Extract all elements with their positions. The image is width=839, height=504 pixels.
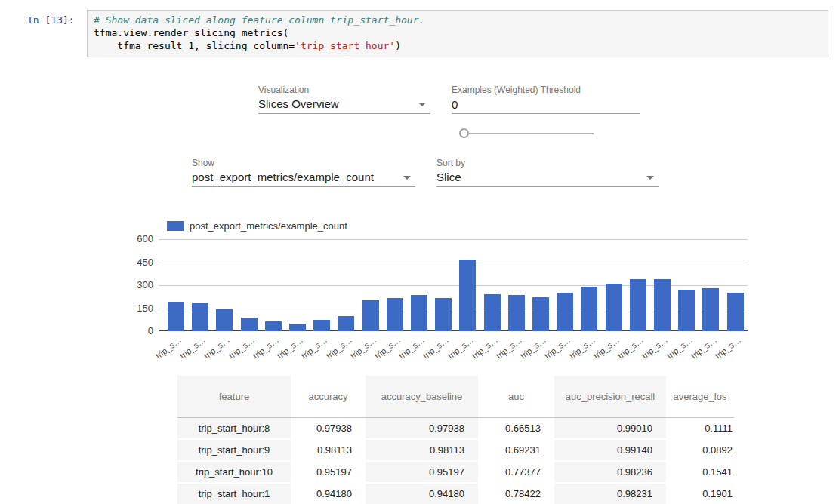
y-tick-label: 150 <box>120 303 153 314</box>
show-label: Show <box>192 158 415 168</box>
column-header: auc_precision_recall <box>554 376 666 417</box>
visualization-label: Visualization <box>258 85 430 95</box>
table-row: trip_start_hour:90.981130.981130.692310.… <box>177 439 734 461</box>
column-header: feature <box>177 376 291 417</box>
bar[interactable] <box>435 298 452 331</box>
metric-cell: 0.95197 <box>291 461 366 483</box>
chevron-down-icon[interactable] <box>403 176 411 180</box>
y-tick-label: 300 <box>120 279 153 290</box>
bar[interactable] <box>581 287 597 331</box>
metric-cell: 0.66513 <box>478 417 554 439</box>
chevron-down-icon[interactable] <box>418 103 426 106</box>
table-row: trip_start_hour:80.979380.979380.665130.… <box>177 417 734 439</box>
column-header: accuracy <box>291 376 366 417</box>
code-line-2: tfma.view.render_slicing_metrics( <box>94 26 822 39</box>
metric-cell: 0.1111 <box>666 417 734 439</box>
bar[interactable] <box>411 295 427 331</box>
bar-series <box>168 239 744 331</box>
bar[interactable] <box>727 293 744 331</box>
bar[interactable] <box>362 300 379 331</box>
bar[interactable] <box>338 316 354 331</box>
metric-cell: 0.77377 <box>478 461 554 483</box>
y-tick-label: 600 <box>120 233 153 244</box>
column-header: average_los <box>666 376 734 417</box>
bar[interactable] <box>168 302 184 331</box>
metric-cell: 0.98113 <box>366 439 478 461</box>
bar[interactable] <box>532 297 549 331</box>
metrics-table-container[interactable]: featureaccuracyaccuracy_baselineaucauc_p… <box>177 376 734 504</box>
feature-cell: trip_start_hour:1 <box>177 483 291 504</box>
metric-cell: 0.1901 <box>666 483 734 504</box>
metric-cell: 0.1541 <box>666 461 734 483</box>
bar[interactable] <box>484 294 501 331</box>
table-row: trip_start_hour:100.951970.951970.773770… <box>177 461 734 483</box>
sort-by-label: Sort by <box>436 158 659 168</box>
bar[interactable] <box>459 260 476 331</box>
metric-cell: 0.94180 <box>291 483 366 504</box>
bar[interactable] <box>313 320 330 331</box>
bar[interactable] <box>216 309 233 331</box>
metric-cell: 0.94180 <box>366 483 478 504</box>
bar[interactable] <box>265 321 282 331</box>
feature-cell: trip_start_hour:10 <box>177 461 291 483</box>
threshold-slider[interactable] <box>459 128 594 139</box>
bar[interactable] <box>557 293 573 331</box>
threshold-field[interactable]: Examples (Weighted) Threshold <box>452 85 640 114</box>
bar[interactable] <box>654 279 671 331</box>
threshold-label: Examples (Weighted) Threshold <box>452 85 640 95</box>
cell-input-prompt: In [13]: <box>27 14 83 26</box>
metric-cell: 0.97938 <box>291 417 366 439</box>
legend-swatch <box>167 221 184 231</box>
slider-knob[interactable] <box>459 128 469 138</box>
feature-cell: trip_start_hour:9 <box>177 439 291 461</box>
threshold-input[interactable] <box>452 95 640 113</box>
metric-cell: 0.99140 <box>554 439 666 461</box>
code-comment-line: # Show data sliced along feature column … <box>94 14 822 26</box>
sort-by-value[interactable]: Slice <box>436 168 659 186</box>
bar[interactable] <box>387 298 403 331</box>
y-tick-label: 450 <box>120 257 153 268</box>
bar[interactable] <box>192 303 208 331</box>
bar[interactable] <box>508 295 525 331</box>
code-editor[interactable]: # Show data sliced along feature column … <box>87 10 828 57</box>
metric-cell: 0.98113 <box>291 439 366 461</box>
sort-by-dropdown[interactable]: Sort by Slice <box>436 158 659 187</box>
metric-cell: 0.95197 <box>366 461 478 483</box>
metric-cell: 0.97938 <box>366 417 478 439</box>
column-header: auc <box>478 376 554 417</box>
bar[interactable] <box>289 324 306 331</box>
bar[interactable] <box>606 284 622 331</box>
y-tick-label: 0 <box>120 325 153 337</box>
bar[interactable] <box>241 318 258 331</box>
feature-cell: trip_start_hour:8 <box>177 417 291 439</box>
metric-cell: 0.98236 <box>554 461 666 483</box>
metrics-table: featureaccuracyaccuracy_baselineaucauc_p… <box>177 376 734 504</box>
slider-track[interactable] <box>464 133 594 134</box>
code-line-3: tfma_result_1, slicing_column='trip_star… <box>94 39 822 52</box>
column-header: accuracy_baseline <box>366 376 478 417</box>
show-metric-dropdown[interactable]: Show post_export_metrics/example_count <box>192 158 415 187</box>
metric-cell: 0.98231 <box>554 483 666 504</box>
metric-cell: 0.99010 <box>554 417 666 439</box>
visualization-dropdown[interactable]: Visualization Slices Overview <box>258 85 430 114</box>
legend-label: post_export_metrics/example_count <box>190 220 347 232</box>
metric-cell: 0.78422 <box>478 483 554 504</box>
metric-cell: 0.0892 <box>666 439 734 461</box>
bar[interactable] <box>702 288 719 331</box>
table-row: trip_start_hour:10.941800.941800.784220.… <box>177 483 734 504</box>
bar[interactable] <box>678 290 695 331</box>
table-header-row: featureaccuracyaccuracy_baselineaucauc_p… <box>177 376 734 417</box>
metric-cell: 0.69231 <box>478 439 554 461</box>
visualization-value[interactable]: Slices Overview <box>258 95 430 113</box>
show-value[interactable]: post_export_metrics/example_count <box>192 168 415 186</box>
bar[interactable] <box>630 279 646 331</box>
chevron-down-icon[interactable] <box>646 176 654 180</box>
